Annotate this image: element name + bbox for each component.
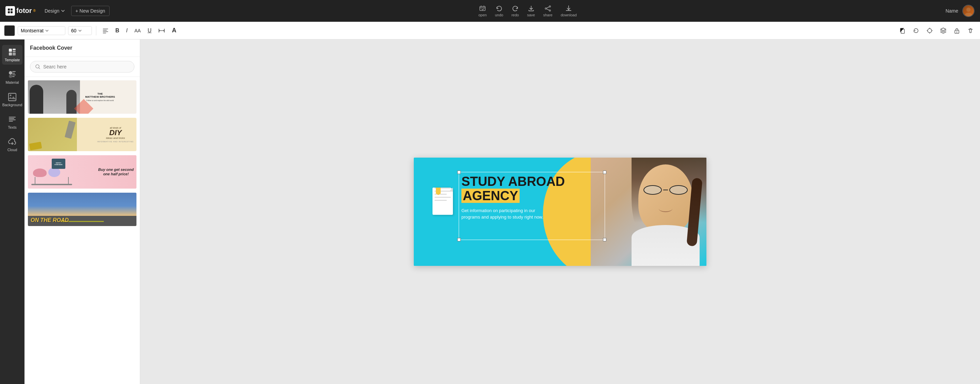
headline-line1: STUDY ABROAD <box>461 175 605 189</box>
align-button[interactable] <box>100 26 111 35</box>
tpl1-sub: Follow us and explore the wild world <box>69 99 131 102</box>
canvas-text-block[interactable]: STUDY ABROAD AGENCY Get information on p… <box>461 175 605 221</box>
save-button[interactable]: save <box>527 5 535 17</box>
svg-point-8 <box>966 8 970 11</box>
italic-button[interactable]: I <box>124 26 130 35</box>
svg-rect-2 <box>8 11 10 13</box>
design-menu-button[interactable]: Design <box>41 6 68 16</box>
layers-button[interactable] <box>938 25 949 36</box>
copy-icon <box>899 27 906 34</box>
svg-point-5 <box>549 6 550 7</box>
new-design-label: + New Design <box>76 8 105 14</box>
template-card-matthew[interactable]: THE MATTHEW BROTHERS Follow us and explo… <box>27 80 137 115</box>
undo-icon <box>495 5 503 12</box>
background-label: Background <box>2 103 22 107</box>
template-card-buyone[interactable]: HARVEY HOMEWARE Buy one get second one h… <box>27 155 137 189</box>
svg-rect-14 <box>9 49 12 52</box>
align-icon <box>102 27 108 34</box>
delete-button[interactable] <box>965 25 976 36</box>
share-label: share <box>543 13 553 17</box>
open-icon <box>479 5 486 12</box>
template-icon <box>8 48 17 56</box>
left-panel: Facebook Cover <box>24 40 140 384</box>
logo-icon <box>5 6 15 16</box>
font-family-selector[interactable]: Montserrat <box>18 26 65 35</box>
bold-button[interactable]: B <box>113 26 121 35</box>
text-size-icon: AA <box>134 28 141 33</box>
avatar-image <box>963 5 974 16</box>
redo-label: redo <box>511 13 519 17</box>
download-icon <box>565 5 572 12</box>
chevron-down-icon <box>61 9 65 13</box>
svg-rect-3 <box>11 11 13 13</box>
sidebar-item-background[interactable]: Background <box>2 90 22 110</box>
cloud-icon <box>8 137 17 147</box>
letter-spacing-button[interactable] <box>156 26 167 35</box>
open-button[interactable]: open <box>479 5 487 17</box>
text-color-swatch[interactable] <box>4 25 15 36</box>
text-size-button[interactable]: AA <box>132 27 143 35</box>
canvas-photo <box>591 158 706 266</box>
tpl3-line1: Buy one get second <box>98 167 134 172</box>
svg-point-20 <box>9 75 12 78</box>
left-sidebar-icons: Template Material Background Texts <box>0 40 24 384</box>
svg-point-11 <box>928 29 932 33</box>
toolbar-right: Name <box>946 5 975 17</box>
layers-icon <box>940 27 947 34</box>
design-canvas[interactable]: STUDY ABROAD AGENCY Get information on p… <box>414 158 706 266</box>
material-label: Material <box>5 80 19 84</box>
material-icon <box>8 70 17 79</box>
crop-button[interactable] <box>924 25 935 36</box>
save-icon <box>527 5 535 12</box>
italic-label: I <box>126 27 127 34</box>
cloud-label: Cloud <box>8 148 18 152</box>
new-design-button[interactable]: + New Design <box>71 6 110 16</box>
font-dropdown-icon <box>45 29 49 33</box>
search-wrapper <box>30 61 134 73</box>
avatar[interactable] <box>962 5 975 17</box>
template-card-ontheroad[interactable]: ON THE ROAD <box>27 192 137 227</box>
save-label: save <box>527 13 535 17</box>
logo: fotor® <box>5 6 36 16</box>
svg-rect-15 <box>13 49 16 50</box>
share-icon <box>544 5 552 12</box>
search-input[interactable] <box>43 64 129 69</box>
share-button[interactable]: share <box>543 5 553 17</box>
tpl1-line2: MATTHEW BROTHERS <box>69 96 131 99</box>
svg-point-19 <box>9 71 12 75</box>
tpl2-suffix: Ideas and tricks <box>97 137 134 140</box>
undo-button[interactable]: undo <box>495 5 503 17</box>
svg-rect-1 <box>11 8 13 11</box>
font-name: Montserrat <box>21 28 43 33</box>
template-card-diy[interactable]: all kinds of DIY Ideas and tricks INFORM… <box>27 117 137 152</box>
svg-rect-16 <box>13 51 16 52</box>
undo-label: undo <box>495 13 503 17</box>
search-icon <box>35 64 40 69</box>
texts-label: Texts <box>8 125 17 129</box>
toolbar-right-actions <box>897 25 976 36</box>
svg-rect-21 <box>8 93 16 101</box>
sidebar-item-cloud[interactable]: Cloud <box>2 135 22 155</box>
redo-icon <box>511 5 519 12</box>
font-style-button[interactable]: A <box>170 25 178 35</box>
headline-line2: AGENCY <box>461 189 605 203</box>
download-button[interactable]: download <box>561 5 577 17</box>
user-name: Name <box>946 8 958 14</box>
svg-point-7 <box>549 10 550 11</box>
background-icon <box>8 92 17 102</box>
sidebar-item-material[interactable]: Material <box>2 67 22 87</box>
lock-button[interactable] <box>951 25 962 36</box>
top-toolbar: fotor® Design + New Design open undo <box>0 0 980 22</box>
copy-button[interactable] <box>897 25 908 36</box>
font-size-selector[interactable]: 60 <box>68 26 92 35</box>
secondary-toolbar: Montserrat 60 B I AA U A <box>0 22 980 40</box>
svg-rect-18 <box>13 53 16 56</box>
underline-button[interactable]: U <box>146 26 154 35</box>
canvas-document-icon <box>433 178 456 207</box>
refresh-button[interactable] <box>911 25 921 36</box>
svg-rect-0 <box>8 8 10 11</box>
sidebar-item-texts[interactable]: Texts <box>2 112 22 132</box>
sidebar-item-template[interactable]: Template <box>2 45 22 65</box>
open-label: open <box>479 13 487 17</box>
redo-button[interactable]: redo <box>511 5 519 17</box>
